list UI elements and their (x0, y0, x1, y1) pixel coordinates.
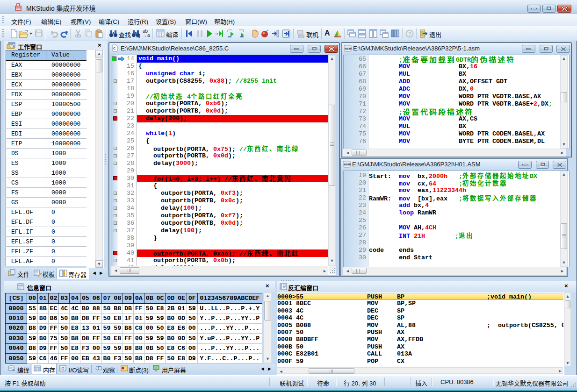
svg-text:c: c (113, 46, 115, 50)
svg-text:?: ? (408, 31, 411, 36)
svg-text:asm: asm (344, 162, 351, 166)
svg-text:asm: asm (345, 46, 352, 50)
svg-text:IO: IO (60, 366, 64, 371)
